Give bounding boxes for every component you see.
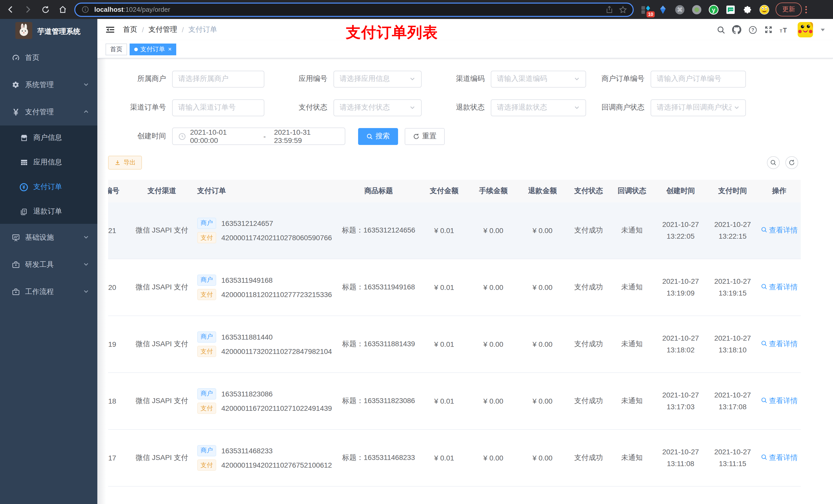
toggle-search-icon[interactable] xyxy=(767,156,780,169)
briefcase-icon xyxy=(11,288,20,296)
header-search-icon[interactable] xyxy=(716,25,725,34)
view-detail-link[interactable]: 查看详情 xyxy=(761,283,798,292)
cell-id: 20 xyxy=(108,283,128,291)
avatar-dropdown-caret-icon[interactable] xyxy=(821,28,825,31)
filter-select[interactable]: 请输入渠道编码 xyxy=(491,70,586,87)
filter-input[interactable]: 请输入渠道订单号 xyxy=(172,99,264,116)
filter-select[interactable]: 请选择订单回调商户状态 xyxy=(651,99,746,116)
date-separator: - xyxy=(259,132,270,140)
close-tab-icon[interactable]: × xyxy=(168,46,172,53)
sidebar-subitem-3[interactable]: 退款订单 xyxy=(0,199,97,224)
reload-icon[interactable] xyxy=(41,5,50,14)
placeholder-text: 请选择退款状态 xyxy=(497,103,572,112)
tab-1[interactable]: 支付订单× xyxy=(129,43,176,55)
merchant-order-no: 1635311881440 xyxy=(221,333,272,341)
filter-select[interactable]: 请选择支付状态 xyxy=(334,99,422,116)
cell-order: 商户1635311468233支付42000011942021102767521… xyxy=(195,442,338,474)
content: 所属商户请选择所属商户应用编号请选择应用信息渠道编码请输入渠道编码商户订单编号请… xyxy=(97,58,833,504)
extension-y-icon[interactable]: y xyxy=(709,4,719,15)
back-icon[interactable] xyxy=(6,5,15,14)
filter-input[interactable]: 请选择所属商户 xyxy=(172,70,264,87)
column-header: 支付订单 xyxy=(195,187,338,196)
address-bar[interactable]: localhost:1024/pay/order xyxy=(74,2,634,17)
sidebar-subitem-0[interactable]: 商户信息 xyxy=(0,125,97,150)
github-icon[interactable] xyxy=(732,25,741,34)
pay-order-line: 支付4200001173202110272847982104 xyxy=(197,346,338,357)
view-detail-link[interactable]: 查看详情 xyxy=(761,340,798,349)
breadcrumb-item[interactable]: 首页 xyxy=(123,25,137,34)
date-end-value: 2021-10-31 23:59:59 xyxy=(274,128,339,144)
sidebar-subitem-1[interactable]: 应用信息 xyxy=(0,150,97,175)
view-detail-link[interactable]: 查看详情 xyxy=(761,453,798,462)
sidebar-item-2[interactable]: 支付管理 xyxy=(0,98,97,125)
search-button[interactable]: 搜索 xyxy=(358,128,398,145)
create-time: 13:22:05 xyxy=(654,231,708,242)
chevron-down-icon xyxy=(83,233,89,241)
sidebar-fold-icon[interactable] xyxy=(105,26,115,34)
bookmark-star-icon[interactable] xyxy=(618,5,627,14)
column-header: 退款金额 xyxy=(518,187,567,196)
sidebar-item-0[interactable]: 首页 xyxy=(0,44,97,71)
cell-refund-amount: ¥ 0.00 xyxy=(518,283,567,291)
date-range-input[interactable]: 2021-10-01 00:00:00 - 2021-10-31 23:59:5… xyxy=(172,127,345,145)
merchant-order-no: 1635311949168 xyxy=(221,276,272,284)
column-header: 支付渠道 xyxy=(128,187,195,196)
yen-icon xyxy=(11,108,20,116)
placeholder-text: 请选择订单回调商户状态 xyxy=(657,103,732,112)
user-avatar[interactable] xyxy=(798,22,813,38)
chevron-down-icon xyxy=(574,76,580,82)
clock-icon xyxy=(178,133,186,140)
sidebar-item-3[interactable]: 基础设施 xyxy=(0,224,97,251)
browser-menu-icon[interactable] xyxy=(805,6,807,13)
brand-title: 芋道管理系统 xyxy=(38,27,80,36)
table-toolbar: 导出 xyxy=(108,156,823,170)
reset-button[interactable]: 重置 xyxy=(405,128,445,145)
merchant-order-line: 商户1635311468233 xyxy=(197,445,338,456)
create-time: 13:11:08 xyxy=(654,458,708,470)
cell-pay-status: 支付成功 xyxy=(567,397,610,406)
search-button-label: 搜索 xyxy=(376,131,390,141)
sidebar-item-4[interactable]: 研发工具 xyxy=(0,251,97,278)
cell-order: 商户1635311881440支付42000011732021102728479… xyxy=(195,328,338,361)
url-path: :1024/pay/order xyxy=(123,6,170,13)
filter-select[interactable]: 请选择应用信息 xyxy=(334,70,422,87)
extension-record-icon[interactable] xyxy=(692,4,702,15)
forward-icon[interactable] xyxy=(24,5,32,14)
extension-command-icon[interactable]: ⌘ xyxy=(675,4,685,15)
update-button[interactable]: 更新 xyxy=(776,3,802,16)
breadcrumb-item[interactable]: 支付管理 xyxy=(148,25,177,34)
share-icon[interactable] xyxy=(605,5,614,14)
export-button[interactable]: 导出 xyxy=(108,156,142,170)
url-host: localhost xyxy=(94,6,123,13)
sidebar-subitem-2[interactable]: 支付订单 xyxy=(0,175,97,199)
tab-0[interactable]: 首页 xyxy=(105,43,127,55)
filter-select[interactable]: 请选择退款状态 xyxy=(491,99,586,116)
extension-diamond-icon[interactable]: 10 xyxy=(641,4,651,15)
extension-chat-icon[interactable] xyxy=(725,4,736,15)
sidebar-logo[interactable]: 芋道管理系统 xyxy=(0,19,97,44)
sidebar-item-1[interactable]: 系统管理 xyxy=(0,71,97,98)
cell-create-time: 2021-10-2713:22:05 xyxy=(654,219,708,242)
filter-label: 应用编号 xyxy=(272,74,334,83)
breadcrumb-separator: / xyxy=(182,26,184,34)
view-detail-magnifier-icon xyxy=(761,283,767,291)
pay-order-no: 4200001173202110272847982104 xyxy=(221,347,332,356)
site-info-icon[interactable] xyxy=(81,5,90,14)
merchant-tag: 商户 xyxy=(197,331,216,343)
extension-puzzle-icon[interactable] xyxy=(742,4,753,15)
fullscreen-icon[interactable] xyxy=(764,25,773,34)
column-header: 编号 xyxy=(108,187,128,196)
filter-label: 商户订单编号 xyxy=(594,74,651,83)
refresh-icon[interactable] xyxy=(785,156,798,169)
view-detail-link[interactable]: 查看详情 xyxy=(761,397,798,406)
extension-gem-icon[interactable] xyxy=(658,4,668,15)
table-row: 21微信 JSAPI 支付商户1635312124657支付4200001174… xyxy=(108,202,801,259)
sidebar-subitem-label: 支付订单 xyxy=(33,182,89,192)
filter-input[interactable]: 请输入商户订单编号 xyxy=(651,70,746,87)
font-size-icon[interactable]: TT xyxy=(780,25,789,34)
extension-emoji-icon[interactable] xyxy=(759,4,769,15)
home-icon[interactable] xyxy=(58,5,67,14)
sidebar-item-5[interactable]: 工作流程 xyxy=(0,278,97,305)
view-detail-link[interactable]: 查看详情 xyxy=(761,226,798,235)
help-icon[interactable]: ? xyxy=(748,25,757,34)
